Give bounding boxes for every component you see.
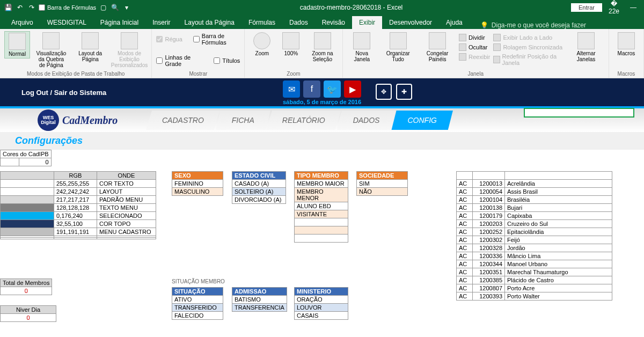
table-row: AC1200179Capixaba <box>457 212 612 220</box>
side-by-side-button[interactable]: Exibir Lado a Lado <box>493 33 565 42</box>
page-layout-icon <box>82 32 99 49</box>
signin-button[interactable]: Entrar <box>571 3 602 12</box>
list-sexo: SEXOFEMININOMASCULINO <box>172 171 223 196</box>
plus-icon[interactable]: ✚ <box>396 84 412 100</box>
table-row: 242,242,242LAYOUT <box>1 188 156 196</box>
tab-arquivo[interactable]: Arquivo <box>4 16 40 29</box>
logo-circle-icon: WESDigital <box>38 109 59 131</box>
split-button[interactable]: Dividir <box>459 33 490 42</box>
new-window-button[interactable]: Nova Janela <box>347 31 377 63</box>
list-min: MINISTERIOORAÇÃOLOUVORCASAIS <box>294 287 348 320</box>
table-row: AC1200351Marechal Thaumaturgo <box>457 268 612 276</box>
tab-dados[interactable]: Dados <box>282 16 315 29</box>
table-row: AC1200104Brasiléia <box>457 196 612 204</box>
tell-me[interactable]: 💡Diga-me o que você deseja fazer <box>470 21 644 29</box>
group-views-label: Modos de Exibição de Pasta de Trabalho <box>4 70 147 77</box>
switch-windows-button[interactable]: Alternar Janelas <box>568 31 604 63</box>
custom-views-icon <box>121 32 138 49</box>
table-row: AC1200138Bujari <box>457 204 612 212</box>
move-icon[interactable]: ✥ <box>376 84 392 100</box>
table-row: 191,191,191MENU CADASTRO <box>1 228 156 236</box>
group-window-label: Janela <box>347 70 604 77</box>
ribbon-options-icon[interactable]: � 22e <box>606 0 621 15</box>
table-row: 255,255,255COR TEXTO <box>1 180 156 188</box>
ribbon-tabs: Arquivo WESDIGITAL Página Inicial Inseri… <box>0 15 644 29</box>
undo-icon[interactable]: ↶ <box>15 3 25 12</box>
brand-text: CadMembro <box>62 114 118 127</box>
tab-exibir[interactable]: Exibir <box>352 16 382 29</box>
preview-icon[interactable]: 🔍 <box>110 3 120 12</box>
cores-title: Cores do CadIPB <box>1 150 52 158</box>
tab-inicio[interactable]: Página Inicial <box>93 16 145 29</box>
new-icon[interactable]: ▢ <box>98 3 108 12</box>
tab-wesdigital[interactable]: WESDIGITAL <box>40 16 93 29</box>
table-row: AC1200807Porto Acre <box>457 284 612 292</box>
apptab-cadastro[interactable]: CADASTRO <box>146 111 220 130</box>
zoom-icon <box>253 32 270 49</box>
app-logo: WESDigital CadMembro <box>0 109 150 131</box>
page-break-button[interactable]: Visualização da Quebra de Página <box>33 31 69 69</box>
ruler-check[interactable]: Régua <box>156 31 182 47</box>
name-box-dropdown[interactable] <box>524 108 634 118</box>
list-civil: ESTADO CIVILCASADO (A)SOLTEIRO (A)DIVORC… <box>232 171 286 204</box>
unhide-button[interactable]: Reexibir <box>459 53 490 61</box>
page-layout-button[interactable]: Layout da Página <box>72 31 108 63</box>
youtube-icon[interactable]: ▶ <box>344 80 361 98</box>
save-icon[interactable]: 💾 <box>3 3 13 12</box>
redo-icon[interactable]: ↷ <box>27 3 36 12</box>
qat-formula-bar[interactable]: Barra de Fórmulas <box>39 3 96 12</box>
hide-icon <box>459 43 466 51</box>
group-show-label: Mostrar <box>156 70 240 77</box>
content-area: Cores do CadIPB 0 RGBONDE 255,255,255COR… <box>0 150 644 332</box>
reset-icon <box>493 56 500 63</box>
table-row: AC1200385Plácido de Castro <box>457 276 612 284</box>
section-title: Configurações <box>0 132 644 150</box>
macros-button[interactable]: Macros <box>613 31 639 57</box>
table-row: AC1200328Jordão <box>457 244 612 252</box>
unhide-icon <box>459 53 466 61</box>
situacao-label: SITUAÇÃO MEMBRO <box>172 279 225 284</box>
freeze-panes-button[interactable]: Congelar Painéis <box>419 31 456 63</box>
reset-pos-button[interactable]: Redefinir Posição da Janela <box>493 53 565 67</box>
hide-button[interactable]: Ocultar <box>459 43 490 52</box>
logout-link[interactable]: Log Out / Sair do Sistema <box>21 89 106 97</box>
apptab-dados[interactable]: DADOS <box>337 111 396 130</box>
app-tabs: WESDigital CadMembro CADASTRO FICHA RELA… <box>0 106 644 132</box>
tab-ajuda[interactable]: Ajuda <box>439 16 470 29</box>
zoom-button[interactable]: Zoom <box>249 31 275 57</box>
tab-desenvolvedor[interactable]: Desenvolvedor <box>382 16 439 29</box>
gridlines-check[interactable]: Linhas de Grade <box>156 53 203 69</box>
headings-check[interactable]: Títulos <box>214 53 240 69</box>
sync-scroll-button[interactable]: Rolagem Sincronizada <box>493 43 565 52</box>
tab-formulas[interactable]: Fórmulas <box>241 16 282 29</box>
twitter-icon[interactable]: 🐦 <box>324 80 341 98</box>
apptab-config[interactable]: CONFIG <box>391 111 452 130</box>
list-soc: SOCIEDADESIMNÃO <box>356 171 408 196</box>
arrange-all-button[interactable]: Organizar Tudo <box>380 31 416 63</box>
zoom100-button[interactable]: 100% <box>278 31 304 57</box>
normal-view-button[interactable]: Normal <box>4 31 30 58</box>
tab-revisao[interactable]: Revisão <box>315 16 352 29</box>
sync-icon <box>493 43 501 51</box>
total-membros: Total de Membros 0 <box>0 279 52 295</box>
uf-table: UFCÓDIGONOME AC1200013AcrelândiaAC120005… <box>456 171 612 301</box>
qat-more-icon[interactable]: ▾ <box>122 3 131 12</box>
apptab-ficha[interactable]: FICHA <box>216 111 270 130</box>
minimize-icon[interactable]: — <box>626 4 641 11</box>
app-date: sábado, 5 de março de 2016 <box>283 99 361 105</box>
tab-layout[interactable]: Layout da Página <box>178 16 241 29</box>
custom-views-button[interactable]: Modos de Exibição Personalizados <box>112 31 148 69</box>
table-row: AC1200252Epitaciolândia <box>457 228 612 236</box>
facebook-icon[interactable]: f <box>303 80 320 98</box>
list-adm: ADMISSAOBATISMOTRANSFERENCIA <box>232 287 287 312</box>
tab-inserir[interactable]: Inserir <box>145 16 177 29</box>
formula-bar-check[interactable]: Barra de Fórmulas <box>193 31 240 47</box>
mail-icon[interactable]: ✉ <box>283 80 300 98</box>
list-tipo: TIPO MEMBROMEMBRO MAIORMEMBRO MENORALUNO… <box>294 171 348 243</box>
table-row: 0,176,240SELECIONADO <box>1 212 156 220</box>
titlebar: 💾 ↶ ↷ Barra de Fórmulas ▢ 🔍 ▾ cadastro-m… <box>0 0 644 15</box>
document-title: cadastro-membro-28062018 - Excel <box>131 4 571 11</box>
apptab-relatorio[interactable]: RELATÓRIO <box>266 111 341 130</box>
split-icon <box>459 34 466 41</box>
zoom-selection-button[interactable]: Zoom na Seleção <box>307 31 338 63</box>
